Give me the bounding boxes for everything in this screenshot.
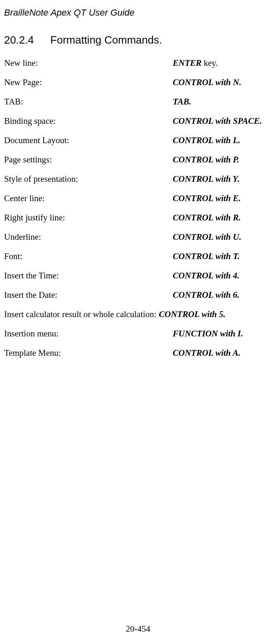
command-value-wrap: CONTROL with P. — [173, 155, 239, 165]
command-row: Template Menu:CONTROL with A. — [4, 348, 272, 358]
section-title: Formatting Commands. — [50, 34, 162, 46]
page-number: 20-454 — [0, 624, 276, 634]
command-value-wrap: CONTROL with Y. — [173, 174, 239, 184]
command-value-bold: CONTROL with T. — [173, 251, 239, 261]
command-label: Document Layout: — [4, 135, 173, 146]
command-label: TAB: — [4, 97, 173, 107]
command-value-bold: CONTROL with 5. — [159, 309, 225, 319]
command-row: Underline:CONTROL with U. — [4, 232, 272, 242]
command-value-bold: CONTROL with 6. — [173, 290, 239, 300]
command-row: New line:ENTER key. — [4, 58, 272, 68]
command-value-wrap: CONTROL with 5. — [159, 309, 225, 320]
command-value-bold: CONTROL with E. — [173, 193, 241, 203]
command-label: Style of presentation: — [4, 174, 173, 184]
command-value-wrap: TAB. — [173, 97, 191, 107]
command-value-wrap: CONTROL with R. — [173, 213, 241, 223]
command-value-bold: CONTROL with N. — [173, 77, 241, 87]
command-value-plain: key. — [202, 58, 218, 68]
command-value-bold: CONTROL with Y. — [173, 174, 239, 184]
command-value-wrap: CONTROL with T. — [173, 251, 239, 262]
command-value-wrap: CONTROL with N. — [173, 77, 241, 88]
command-row: Binding space:CONTROL with SPACE. — [4, 116, 272, 126]
command-value-wrap: FUNCTION with I. — [173, 329, 243, 339]
command-value-bold: CONTROL with R. — [173, 213, 241, 222]
command-row: Insert the Time:CONTROL with 4. — [4, 271, 272, 281]
command-label: New line: — [4, 58, 173, 68]
command-row: Document Layout:CONTROL with L. — [4, 135, 272, 146]
command-value-bold: ENTER — [173, 58, 202, 68]
command-value-bold: FUNCTION with I. — [173, 329, 243, 338]
command-label: Insert calculator result or whole calcul… — [4, 309, 159, 320]
command-value-wrap: CONTROL with E. — [173, 193, 241, 204]
command-value-bold: CONTROL with A. — [173, 348, 241, 358]
command-value-wrap: CONTROL with 4. — [173, 271, 239, 281]
command-label: Center line: — [4, 193, 173, 204]
command-row: Insertion menu:FUNCTION with I. — [4, 329, 272, 339]
command-label: Binding space: — [4, 116, 173, 126]
command-row: Insert calculator result or whole calcul… — [4, 309, 272, 320]
command-value-wrap: CONTROL with L. — [173, 135, 240, 146]
command-label: Right justify line: — [4, 213, 173, 223]
command-row: Style of presentation:CONTROL with Y. — [4, 174, 272, 184]
command-value-wrap: CONTROL with U. — [173, 232, 241, 242]
command-row: Page settings:CONTROL with P. — [4, 155, 272, 165]
command-row: Center line:CONTROL with E. — [4, 193, 272, 204]
section-number: 20.2.4 — [4, 34, 34, 46]
command-value-wrap: ENTER key. — [173, 58, 218, 68]
command-label: Template Menu: — [4, 348, 173, 358]
command-value-bold: CONTROL with P. — [173, 155, 239, 164]
command-row: New Page:CONTROL with N. — [4, 77, 272, 88]
command-label: Underline: — [4, 232, 173, 242]
command-value-wrap: CONTROL with 6. — [173, 290, 239, 300]
document-header-title: BrailleNote Apex QT User Guide — [4, 7, 272, 18]
command-value-bold: CONTROL with 4. — [173, 271, 239, 280]
command-label: Insert the Date: — [4, 290, 173, 300]
command-value-bold: CONTROL with L. — [173, 135, 240, 145]
command-value-wrap: CONTROL with A. — [173, 348, 241, 358]
command-row: TAB:TAB. — [4, 97, 272, 107]
command-value-bold: CONTROL with U. — [173, 232, 241, 242]
command-row: Insert the Date:CONTROL with 6. — [4, 290, 272, 300]
section-heading: 20.2.4Formatting Commands. — [4, 34, 272, 46]
command-value-bold: TAB. — [173, 97, 191, 107]
command-row: Right justify line:CONTROL with R. — [4, 213, 272, 223]
command-label: Font: — [4, 251, 173, 262]
command-label: Page settings: — [4, 155, 173, 165]
command-label: New Page: — [4, 77, 173, 88]
command-label: Insertion menu: — [4, 329, 173, 339]
command-value-bold: CONTROL with SPACE. — [173, 116, 262, 126]
command-label: Insert the Time: — [4, 271, 173, 281]
command-value-wrap: CONTROL with SPACE. — [173, 116, 262, 126]
command-row: Font:CONTROL with T. — [4, 251, 272, 262]
